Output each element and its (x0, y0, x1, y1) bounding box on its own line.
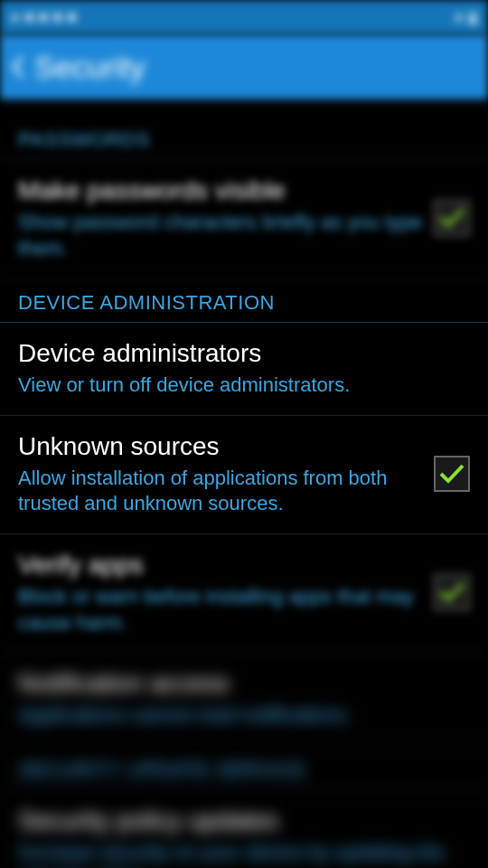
row-subtitle: Increase security on your device by upda… (18, 840, 459, 868)
row-unknown-sources[interactable]: Unknown sources Allow installation of ap… (0, 416, 488, 534)
checkbox-make-passwords-visible[interactable] (434, 200, 470, 236)
checkmark-icon (438, 463, 465, 485)
section-device-admin: DEVICE ADMINISTRATION (0, 278, 488, 323)
status-bar: ●■■■■ ●▮ (0, 0, 488, 34)
row-notification-access[interactable]: Notification access Applications cannot … (0, 653, 488, 746)
row-make-passwords-visible[interactable]: Make passwords visible Show password cha… (0, 160, 488, 278)
page-title: Security (34, 50, 145, 85)
row-subtitle: Block or warn before installing apps tha… (18, 584, 423, 636)
checkbox-unknown-sources[interactable] (434, 456, 470, 492)
row-subtitle: Applications cannot read notifications. (18, 703, 459, 729)
checkmark-icon (438, 581, 465, 603)
back-icon (11, 55, 25, 79)
row-subtitle: Allow installation of applications from … (18, 466, 423, 517)
row-title: Notification access (18, 667, 459, 699)
row-verify-apps[interactable]: Verify apps Block or warn before install… (0, 534, 488, 653)
section-passwords: PASSWORDS (0, 116, 488, 160)
row-subtitle: Show password characters briefly as you … (18, 210, 423, 261)
row-title: Unknown sources (18, 430, 423, 462)
row-title: Make passwords visible (18, 175, 423, 206)
section-security-update: SECURITY UPDATE SERVICE (0, 746, 488, 790)
checkmark-icon (438, 207, 465, 229)
spacer (0, 99, 488, 116)
row-title: Security policy updates (18, 805, 459, 836)
row-security-policy-updates[interactable]: Security policy updates Increase securit… (0, 790, 488, 868)
row-title: Device administrators (18, 337, 459, 369)
row-device-administrators[interactable]: Device administrators View or turn off d… (0, 323, 488, 416)
row-subtitle: View or turn off device administrators. (18, 373, 459, 399)
header-bar[interactable]: Security (0, 34, 488, 99)
checkbox-verify-apps[interactable] (434, 574, 470, 610)
row-title: Verify apps (18, 549, 423, 580)
